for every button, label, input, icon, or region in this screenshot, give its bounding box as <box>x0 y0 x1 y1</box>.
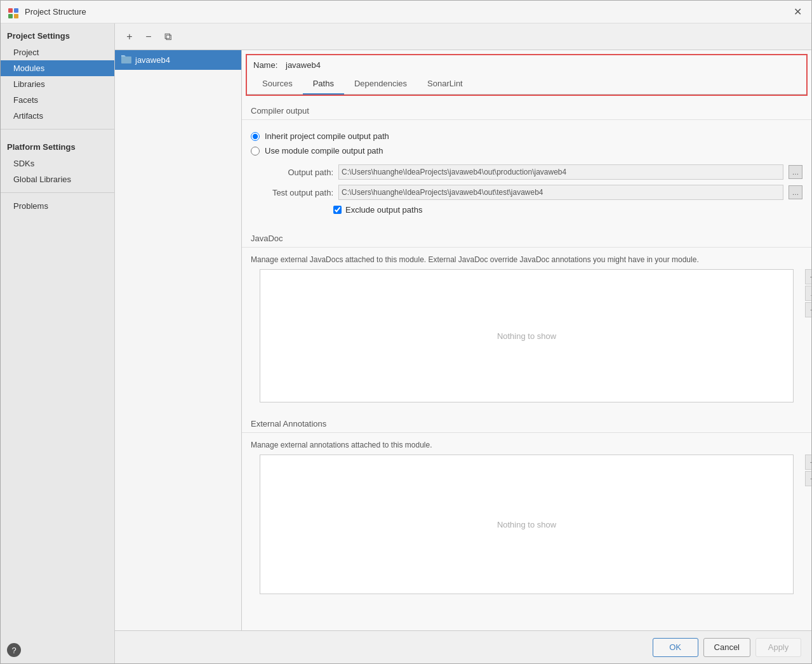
platform-settings-title: Platform Settings <box>1 135 114 156</box>
name-tabs-wrapper: Name: javaweb4 Sources Paths <box>246 54 808 96</box>
sidebar-item-sdks[interactable]: SDKs <box>1 156 114 171</box>
javadoc-add-button[interactable]: + <box>805 269 811 284</box>
inherit-radio[interactable] <box>251 132 260 141</box>
right-panel: + − ⧉ javaweb <box>115 23 811 663</box>
exclude-row: Exclude output paths <box>251 205 802 215</box>
test-output-path-label: Test output path: <box>257 188 333 197</box>
help-button[interactable]: ? <box>7 643 21 657</box>
window-title: Project Structure <box>25 7 790 17</box>
sidebar-divider <box>1 129 114 129</box>
sidebar-item-artifacts[interactable]: Artifacts <box>1 108 114 124</box>
close-button[interactable]: ✕ <box>790 4 805 20</box>
svg-marker-6 <box>121 55 126 56</box>
svg-rect-3 <box>14 14 18 18</box>
toolbar: + − ⧉ <box>115 23 811 50</box>
add-module-button[interactable]: + <box>121 29 138 45</box>
detail-panel: Name: javaweb4 Sources Paths <box>242 50 811 630</box>
use-module-radio-row: Use module compile output path <box>251 146 802 156</box>
exclude-checkbox[interactable] <box>333 206 342 214</box>
name-label: Name: <box>253 60 282 70</box>
sidebar-item-problems[interactable]: Problems <box>1 198 114 214</box>
test-output-path-input[interactable] <box>338 185 783 200</box>
cancel-button[interactable]: Cancel <box>703 638 750 657</box>
ext-annotations-desc: Manage external annotations attached to … <box>242 438 811 455</box>
sidebar-item-libraries[interactable]: Libraries <box>1 76 114 92</box>
project-settings-title: Project Settings <box>1 23 114 44</box>
output-path-label: Output path: <box>257 168 333 177</box>
sidebar-divider2 <box>1 192 114 193</box>
svg-rect-0 <box>8 8 13 13</box>
module-name-value: javaweb4 <box>286 60 800 70</box>
javadoc-header: JavaDoc <box>242 227 811 248</box>
compiler-output-header: Compiler output <box>242 100 811 120</box>
inherit-radio-row: Inherit project compile output path <box>251 131 802 141</box>
use-module-radio-label: Use module compile output path <box>265 146 383 156</box>
javadoc-desc: Manage external JavaDocs attached to thi… <box>242 253 811 269</box>
tab-sonarlint[interactable]: SonarLint <box>417 74 473 95</box>
module-list-and-detail: javaweb4 Name: javaweb4 So <box>115 50 811 630</box>
ext-annotations-section: External Annotations Manage external ann… <box>242 413 811 594</box>
output-path-row: Output path: … <box>251 164 802 180</box>
svg-rect-5 <box>121 56 126 58</box>
apply-button[interactable]: Apply <box>755 638 801 657</box>
sidebar-item-project[interactable]: Project <box>1 44 114 60</box>
test-output-path-browse-button[interactable]: … <box>789 185 802 199</box>
module-name: javaweb4 <box>135 55 170 65</box>
sidebar: Project Settings Project Modules Librari… <box>1 23 115 663</box>
use-module-radio[interactable] <box>251 147 260 156</box>
sidebar-item-modules[interactable]: Modules <box>1 60 114 76</box>
radio-group: Inherit project compile output path Use … <box>251 131 802 156</box>
exclude-label: Exclude output paths <box>345 205 422 215</box>
svg-rect-1 <box>14 8 18 13</box>
main-content: Project Settings Project Modules Librari… <box>1 23 811 663</box>
javadoc-title: JavaDoc <box>251 234 283 243</box>
ext-annotations-side-buttons: + − <box>805 455 811 486</box>
ext-annotations-remove-button[interactable]: − <box>805 471 811 486</box>
javadoc-add-url-button[interactable]: ⤴ <box>805 286 811 301</box>
project-structure-window: Project Structure ✕ Project Settings Pro… <box>0 0 812 664</box>
remove-module-button[interactable]: − <box>140 29 157 45</box>
tab-sources[interactable]: Sources <box>252 74 303 95</box>
tab-paths[interactable]: Paths <box>303 74 344 95</box>
module-folder-icon <box>121 54 131 66</box>
output-path-input[interactable] <box>338 164 783 180</box>
sidebar-item-global-libraries[interactable]: Global Libraries <box>1 171 114 187</box>
app-icon <box>7 6 20 18</box>
sidebar-bottom: ? <box>1 637 114 663</box>
sidebar-item-facets[interactable]: Facets <box>1 92 114 108</box>
output-path-browse-button[interactable]: … <box>789 165 802 179</box>
ext-annotations-title: External Annotations <box>251 419 326 428</box>
ext-annotations-header: External Annotations <box>242 413 811 433</box>
javadoc-list: Nothing to show <box>260 269 794 402</box>
test-output-path-row: Test output path: … <box>251 185 802 200</box>
svg-rect-2 <box>8 14 13 18</box>
title-bar: Project Structure ✕ <box>1 1 811 23</box>
javadoc-remove-button[interactable]: − <box>805 302 811 317</box>
ext-annotations-add-button[interactable]: + <box>805 455 811 470</box>
bottom-bar: OK Cancel Apply <box>115 630 811 663</box>
copy-module-button[interactable]: ⧉ <box>159 29 176 45</box>
ext-annotations-placeholder: Nothing to show <box>497 520 556 529</box>
content-area: Compiler output Inherit project compile … <box>242 100 811 630</box>
compiler-output-title: Compiler output <box>251 106 309 116</box>
name-row: Name: javaweb4 <box>247 55 806 74</box>
module-item-javaweb4[interactable]: javaweb4 <box>115 50 241 70</box>
ok-button[interactable]: OK <box>653 638 698 657</box>
javadoc-side-buttons: + ⤴ − <box>805 269 811 317</box>
ext-annotations-list: Nothing to show <box>260 455 794 594</box>
module-list-panel: javaweb4 <box>115 50 242 630</box>
tabs-container: Sources Paths Dependencies SonarLint <box>247 74 806 95</box>
inherit-radio-label: Inherit project compile output path <box>265 131 389 141</box>
compiler-section: Inherit project compile output path Use … <box>242 125 811 221</box>
javadoc-section: JavaDoc Manage external JavaDocs attache… <box>242 227 811 402</box>
javadoc-placeholder: Nothing to show <box>497 331 556 341</box>
tab-dependencies[interactable]: Dependencies <box>344 74 417 95</box>
